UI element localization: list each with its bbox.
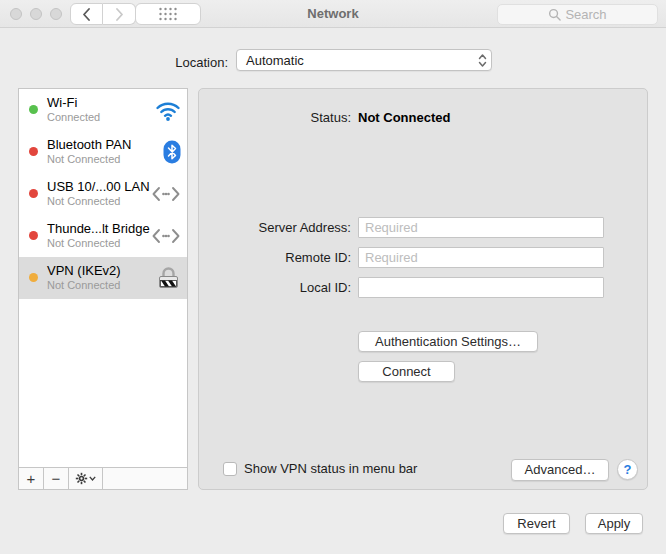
- service-row-usb-lan[interactable]: USB 10/...00 LAN Not Connected: [19, 173, 187, 215]
- show-all-button[interactable]: [135, 3, 201, 25]
- connect-button[interactable]: Connect: [358, 361, 455, 382]
- status-dot: [29, 147, 38, 156]
- chevron-down-icon: [89, 476, 96, 481]
- status-dot: [29, 105, 38, 114]
- status-dot: [29, 273, 38, 282]
- zoom-window-icon[interactable]: [50, 8, 62, 20]
- service-name: USB 10/...00 LAN: [47, 179, 150, 194]
- service-row-wifi[interactable]: Wi-Fi Connected: [19, 89, 187, 131]
- server-address-label: Server Address:: [199, 217, 351, 238]
- service-status: Connected: [47, 110, 100, 124]
- service-actions-button[interactable]: [69, 468, 103, 489]
- minimize-window-icon[interactable]: [30, 8, 42, 20]
- service-list: Wi-Fi Connected Bluetooth PAN Not Connec…: [18, 88, 188, 490]
- local-id-label: Local ID:: [199, 277, 351, 298]
- service-row-bluetooth-pan[interactable]: Bluetooth PAN Not Connected: [19, 131, 187, 173]
- location-popup[interactable]: Automatic: [236, 49, 492, 71]
- service-name: Wi-Fi: [47, 95, 100, 110]
- gear-icon: [75, 472, 88, 485]
- ethernet-icon: [151, 215, 181, 257]
- vpn-lock-icon: [156, 257, 181, 299]
- vpn-detail-panel: Status: Not Connected Server Address: Re…: [198, 88, 648, 490]
- bluetooth-icon: [163, 131, 181, 173]
- grid-icon: [158, 7, 178, 21]
- server-address-field[interactable]: [358, 217, 604, 238]
- show-vpn-status-label: Show VPN status in menu bar: [244, 460, 417, 477]
- service-row-vpn-ikev2[interactable]: VPN (IKEv2) Not Connected: [19, 257, 187, 299]
- search-icon: [548, 8, 561, 21]
- service-row-thunderbolt-bridge[interactable]: Thunde...lt Bridge Not Connected: [19, 215, 187, 257]
- status-dot: [29, 231, 38, 240]
- close-window-icon[interactable]: [10, 8, 22, 20]
- service-name: Thunde...lt Bridge: [47, 221, 150, 236]
- forward-button[interactable]: [103, 3, 136, 25]
- local-id-field[interactable]: [358, 277, 604, 298]
- status-value: Not Connected: [358, 107, 450, 128]
- back-button[interactable]: [70, 3, 103, 25]
- service-name: Bluetooth PAN: [47, 137, 131, 152]
- service-status: Not Connected: [47, 152, 131, 166]
- status-dot: [29, 189, 38, 198]
- service-name: VPN (IKEv2): [47, 263, 121, 278]
- chevron-right-icon: [115, 8, 124, 21]
- remote-id-label: Remote ID:: [199, 247, 351, 268]
- remote-id-field[interactable]: [358, 247, 604, 268]
- apply-button[interactable]: Apply: [585, 513, 643, 534]
- status-label: Status:: [199, 107, 351, 128]
- show-vpn-status-checkbox[interactable]: [223, 462, 237, 476]
- service-status: Not Connected: [47, 278, 121, 292]
- help-button[interactable]: ?: [617, 459, 638, 480]
- chevron-left-icon: [82, 8, 91, 21]
- titlebar: Network Search: [0, 0, 666, 28]
- wifi-icon: [155, 89, 181, 131]
- search-placeholder: Search: [565, 7, 606, 22]
- service-status: Not Connected: [47, 236, 150, 250]
- search-input[interactable]: Search: [497, 4, 658, 25]
- ethernet-icon: [151, 173, 181, 215]
- service-status: Not Connected: [47, 194, 150, 208]
- popup-updown-chevrons-icon: [473, 53, 491, 68]
- location-popup-value: Automatic: [237, 53, 473, 68]
- authentication-settings-button[interactable]: Authentication Settings…: [358, 331, 538, 352]
- advanced-button[interactable]: Advanced…: [511, 459, 609, 481]
- add-service-button[interactable]: +: [19, 468, 44, 489]
- revert-button[interactable]: Revert: [503, 513, 570, 534]
- nav-history-group: [70, 3, 136, 25]
- location-label: Location:: [0, 52, 228, 74]
- remove-service-button[interactable]: −: [44, 468, 69, 489]
- service-list-toolbar: + −: [19, 467, 187, 489]
